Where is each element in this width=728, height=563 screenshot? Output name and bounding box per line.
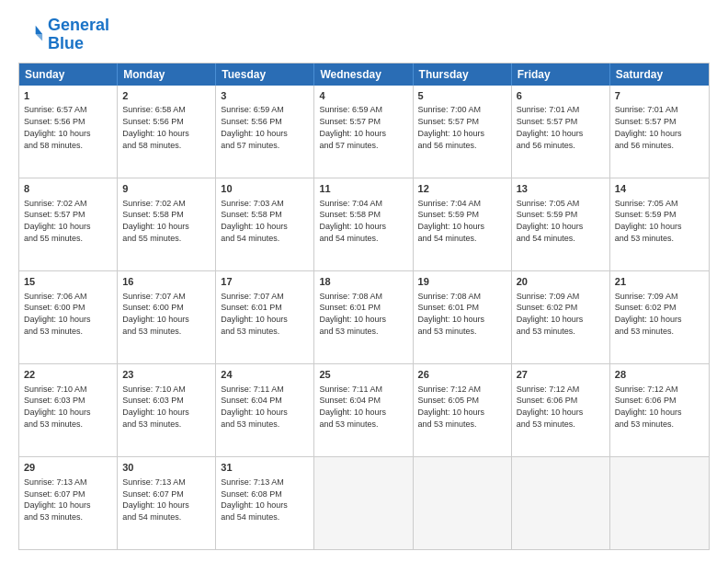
cell-info: Sunset: 5:59 PM bbox=[517, 210, 578, 219]
calendar-cell: 18Sunrise: 7:08 AMSunset: 6:01 PMDayligh… bbox=[314, 271, 413, 363]
cell-info: and 55 minutes. bbox=[24, 234, 83, 243]
calendar-cell: 29Sunrise: 7:13 AMSunset: 6:07 PMDayligh… bbox=[19, 457, 118, 549]
calendar-cell bbox=[414, 457, 512, 549]
day-number: 18 bbox=[319, 275, 407, 289]
cell-info: and 53 minutes. bbox=[418, 419, 477, 429]
cell-info: and 54 minutes. bbox=[122, 512, 181, 522]
cell-info: Daylight: 10 hours bbox=[122, 222, 189, 231]
cell-info: and 57 minutes. bbox=[319, 141, 378, 150]
cell-info: Sunset: 6:01 PM bbox=[221, 303, 282, 312]
cell-info: Sunrise: 6:59 AM bbox=[221, 105, 284, 114]
page: General Blue SundayMondayTuesdayWednesda… bbox=[0, 0, 728, 563]
cell-info: and 54 minutes. bbox=[517, 234, 575, 243]
cell-info: Sunrise: 7:11 AM bbox=[319, 385, 382, 394]
cell-info: Sunrise: 7:01 AM bbox=[615, 105, 678, 114]
cell-info: Daylight: 10 hours bbox=[319, 408, 386, 417]
cell-info: Sunset: 6:02 PM bbox=[517, 303, 578, 312]
cell-info: Sunrise: 7:12 AM bbox=[615, 385, 678, 394]
day-number: 30 bbox=[122, 461, 210, 475]
cell-info: Sunset: 6:01 PM bbox=[319, 303, 381, 312]
svg-marker-1 bbox=[36, 34, 42, 40]
day-number: 14 bbox=[615, 182, 704, 196]
calendar-cell: 22Sunrise: 7:10 AMSunset: 6:03 PMDayligh… bbox=[19, 364, 118, 456]
calendar-cell: 30Sunrise: 7:13 AMSunset: 6:07 PMDayligh… bbox=[118, 457, 216, 549]
cell-info: Daylight: 10 hours bbox=[319, 129, 386, 138]
cell-info: Sunrise: 7:00 AM bbox=[418, 105, 482, 114]
cell-info: and 56 minutes. bbox=[615, 141, 674, 150]
cell-info: Daylight: 10 hours bbox=[24, 222, 91, 231]
calendar-body: 1Sunrise: 6:57 AMSunset: 5:56 PMDaylight… bbox=[19, 86, 709, 549]
weekday-header: Sunday bbox=[19, 63, 118, 86]
svg-marker-0 bbox=[36, 26, 42, 34]
cell-info: Daylight: 10 hours bbox=[615, 408, 682, 417]
cell-info: Sunrise: 7:04 AM bbox=[418, 199, 482, 208]
cell-info: Sunset: 6:06 PM bbox=[615, 396, 677, 405]
cell-info: Sunset: 6:07 PM bbox=[122, 489, 184, 499]
cell-info: Daylight: 10 hours bbox=[517, 408, 584, 417]
cell-info: and 53 minutes. bbox=[319, 327, 378, 336]
calendar-cell: 4Sunrise: 6:59 AMSunset: 5:57 PMDaylight… bbox=[314, 86, 413, 178]
cell-info: Sunrise: 6:57 AM bbox=[24, 105, 87, 114]
day-number: 9 bbox=[122, 182, 210, 196]
calendar-cell: 31Sunrise: 7:13 AMSunset: 6:08 PMDayligh… bbox=[216, 457, 314, 549]
cell-info: Sunrise: 7:13 AM bbox=[24, 477, 87, 487]
cell-info: Daylight: 10 hours bbox=[24, 408, 91, 417]
day-number: 5 bbox=[418, 89, 506, 103]
cell-info: Daylight: 10 hours bbox=[517, 222, 584, 231]
day-number: 24 bbox=[221, 368, 309, 382]
day-number: 23 bbox=[122, 368, 210, 382]
cell-info: and 53 minutes. bbox=[24, 512, 83, 522]
cell-info: Sunset: 6:05 PM bbox=[418, 396, 480, 405]
logo-icon bbox=[18, 22, 44, 48]
cell-info: Daylight: 10 hours bbox=[221, 500, 288, 510]
calendar-header: SundayMondayTuesdayWednesdayThursdayFrid… bbox=[19, 63, 709, 86]
calendar-cell: 3Sunrise: 6:59 AMSunset: 5:56 PMDaylight… bbox=[216, 86, 314, 178]
logo-text: General Blue bbox=[48, 17, 109, 53]
cell-info: Sunrise: 7:13 AM bbox=[221, 477, 284, 487]
calendar-row: 8Sunrise: 7:02 AMSunset: 5:57 PMDaylight… bbox=[19, 178, 709, 270]
calendar-cell: 8Sunrise: 7:02 AMSunset: 5:57 PMDaylight… bbox=[19, 178, 118, 270]
cell-info: and 53 minutes. bbox=[517, 419, 575, 429]
cell-info: and 53 minutes. bbox=[319, 419, 378, 429]
cell-info: Sunrise: 6:58 AM bbox=[122, 105, 186, 114]
day-number: 28 bbox=[615, 368, 704, 382]
cell-info: Sunset: 5:57 PM bbox=[24, 210, 85, 219]
cell-info: Daylight: 10 hours bbox=[319, 315, 386, 324]
cell-info: Sunset: 6:01 PM bbox=[418, 303, 480, 312]
calendar-cell: 20Sunrise: 7:09 AMSunset: 6:02 PMDayligh… bbox=[512, 271, 610, 363]
cell-info: Sunset: 6:04 PM bbox=[319, 396, 381, 405]
cell-info: and 54 minutes. bbox=[319, 234, 378, 243]
calendar-cell: 15Sunrise: 7:06 AMSunset: 6:00 PMDayligh… bbox=[19, 271, 118, 363]
day-number: 10 bbox=[221, 182, 309, 196]
day-number: 22 bbox=[24, 368, 112, 382]
day-number: 8 bbox=[24, 182, 112, 196]
cell-info: and 53 minutes. bbox=[122, 327, 181, 336]
cell-info: Daylight: 10 hours bbox=[221, 315, 288, 324]
cell-info: Sunrise: 7:03 AM bbox=[221, 199, 284, 208]
calendar-cell: 1Sunrise: 6:57 AMSunset: 5:56 PMDaylight… bbox=[19, 86, 118, 178]
day-number: 13 bbox=[517, 182, 605, 196]
cell-info: and 53 minutes. bbox=[615, 234, 674, 243]
calendar-cell: 28Sunrise: 7:12 AMSunset: 6:06 PMDayligh… bbox=[610, 364, 709, 456]
day-number: 7 bbox=[615, 89, 704, 103]
cell-info: Sunset: 6:03 PM bbox=[24, 396, 85, 405]
cell-info: Daylight: 10 hours bbox=[517, 129, 584, 138]
cell-info: Sunrise: 7:02 AM bbox=[24, 199, 87, 208]
cell-info: Daylight: 10 hours bbox=[319, 222, 386, 231]
day-number: 26 bbox=[418, 368, 506, 382]
cell-info: Sunrise: 7:09 AM bbox=[615, 292, 678, 301]
day-number: 2 bbox=[122, 89, 210, 103]
cell-info: Daylight: 10 hours bbox=[24, 500, 91, 510]
day-number: 11 bbox=[319, 182, 407, 196]
day-number: 17 bbox=[221, 275, 309, 289]
calendar-cell bbox=[610, 457, 709, 549]
calendar-cell: 24Sunrise: 7:11 AMSunset: 6:04 PMDayligh… bbox=[216, 364, 314, 456]
cell-info: Sunset: 6:06 PM bbox=[517, 396, 578, 405]
cell-info: Daylight: 10 hours bbox=[221, 408, 288, 417]
cell-info: Sunrise: 7:01 AM bbox=[517, 105, 580, 114]
calendar-cell: 5Sunrise: 7:00 AMSunset: 5:57 PMDaylight… bbox=[414, 86, 512, 178]
cell-info: and 53 minutes. bbox=[418, 327, 477, 336]
cell-info: Sunrise: 7:05 AM bbox=[517, 199, 580, 208]
day-number: 12 bbox=[418, 182, 506, 196]
day-number: 25 bbox=[319, 368, 407, 382]
